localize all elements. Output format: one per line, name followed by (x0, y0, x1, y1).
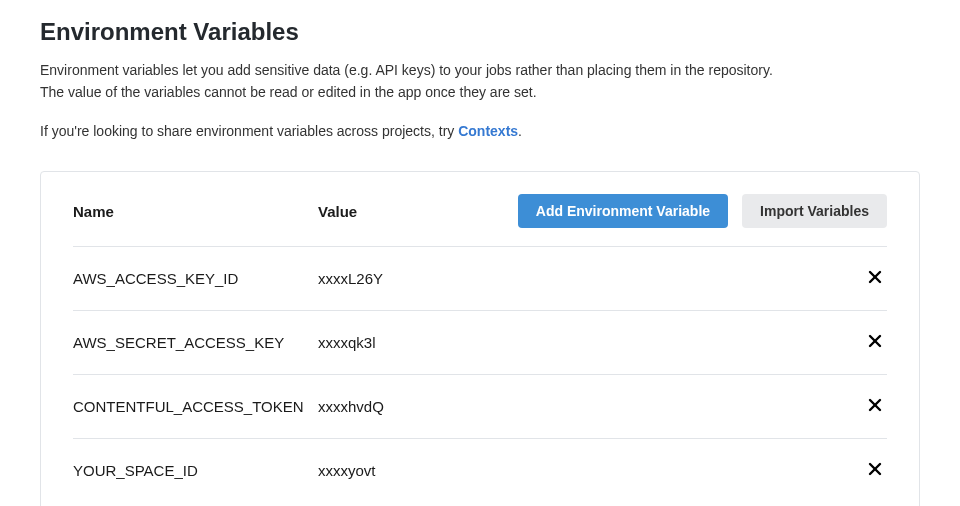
table-row: YOUR_SPACE_ID xxxxyovt (73, 439, 887, 502)
env-var-value: xxxxL26Y (318, 270, 857, 287)
delete-button[interactable] (863, 329, 887, 356)
delete-button[interactable] (863, 393, 887, 420)
description-main: Environment variables let you add sensit… (40, 60, 780, 103)
add-env-var-button[interactable]: Add Environment Variable (518, 194, 728, 228)
table-row: CONTENTFUL_ACCESS_TOKEN xxxxhvdQ (73, 375, 887, 439)
table-row: AWS_ACCESS_KEY_ID xxxxL26Y (73, 247, 887, 311)
env-var-name: AWS_SECRET_ACCESS_KEY (73, 334, 318, 351)
env-var-value: xxxxqk3l (318, 334, 857, 351)
env-var-name: CONTENTFUL_ACCESS_TOKEN (73, 398, 318, 415)
env-vars-card: Name Value Add Environment Variable Impo… (40, 171, 920, 506)
contexts-prefix-text: If you're looking to share environment v… (40, 123, 458, 139)
close-icon (867, 269, 883, 288)
contexts-link[interactable]: Contexts (458, 123, 518, 139)
delete-button[interactable] (863, 265, 887, 292)
close-icon (867, 461, 883, 480)
close-icon (867, 333, 883, 352)
contexts-suffix-text: . (518, 123, 522, 139)
header-actions: Add Environment Variable Import Variable… (518, 194, 887, 228)
col-header-value: Value (318, 203, 518, 220)
env-var-name: YOUR_SPACE_ID (73, 462, 318, 479)
page-title: Environment Variables (40, 18, 920, 46)
table-row: AWS_SECRET_ACCESS_KEY xxxxqk3l (73, 311, 887, 375)
table-header-row: Name Value Add Environment Variable Impo… (73, 172, 887, 247)
import-variables-button[interactable]: Import Variables (742, 194, 887, 228)
env-var-value: xxxxhvdQ (318, 398, 857, 415)
description-contexts: If you're looking to share environment v… (40, 121, 780, 143)
env-var-name: AWS_ACCESS_KEY_ID (73, 270, 318, 287)
col-header-name: Name (73, 203, 318, 220)
env-var-value: xxxxyovt (318, 462, 857, 479)
delete-button[interactable] (863, 457, 887, 484)
close-icon (867, 397, 883, 416)
